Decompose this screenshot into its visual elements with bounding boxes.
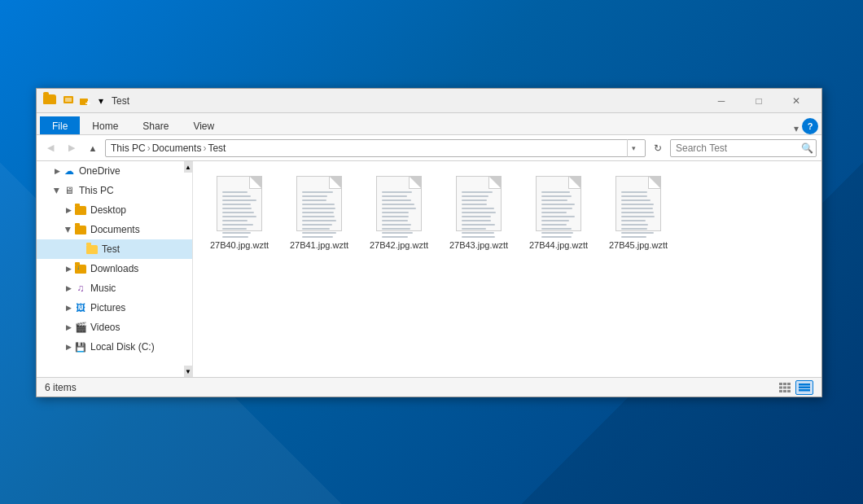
help-button[interactable]: ? [802, 118, 818, 134]
file-name: 27B43.jpg.wztt [449, 239, 508, 251]
file-icon [213, 176, 265, 236]
close-button[interactable]: ✕ [778, 89, 815, 113]
back-button[interactable]: ◀ [42, 139, 59, 157]
search-icon[interactable]: 🔍 [801, 142, 813, 154]
doc-body [217, 176, 262, 231]
file-item[interactable]: 27B44.jpg.wztt [522, 171, 595, 256]
doc-lines [222, 191, 256, 240]
pictures-icon: 🖼 [74, 301, 87, 314]
doc-body [456, 176, 502, 231]
doc-body [296, 176, 342, 231]
status-bar: 6 items [37, 377, 821, 397]
breadcrumb-test[interactable]: Test [208, 142, 226, 154]
file-item[interactable]: 27B42.jpg.wztt [362, 171, 436, 256]
doc-lines [541, 191, 576, 240]
desktop-expand-arrow[interactable]: ▶ [63, 204, 74, 216]
window-controls: ─ □ ✕ [703, 89, 815, 113]
quick-access-icons: ▾ [61, 94, 108, 108]
onedrive-expand-arrow[interactable]: ▶ [51, 165, 63, 177]
svg-rect-6 [779, 383, 782, 385]
up-button[interactable]: ▲ [84, 139, 102, 157]
file-name: 27B40.jpg.wztt [210, 239, 269, 251]
doc-lines [382, 191, 416, 240]
file-area: 27B40.jpg.wztt 27B41.jpg.wztt 27B42.jpg.… [193, 161, 821, 377]
test-icon [85, 243, 99, 256]
sidebar-scroll-up[interactable]: ▲ [184, 161, 192, 173]
sidebar-item-documents[interactable]: ▶ Documents [37, 220, 192, 239]
localdisk-icon: 💾 [74, 340, 87, 353]
test-label: Test [102, 243, 120, 255]
documents-label: Documents [90, 224, 140, 235]
doc-body [615, 176, 661, 231]
svg-rect-16 [799, 386, 810, 388]
window-title: Test [112, 95, 703, 107]
sidebar-scroll-down[interactable]: ▼ [184, 366, 192, 377]
doc-lines [462, 191, 496, 240]
videos-icon: 🎬 [74, 321, 87, 334]
search-box[interactable]: 🔍 [670, 139, 817, 157]
quick-access-btn-2[interactable] [77, 94, 92, 108]
view-toggles [776, 380, 813, 395]
tab-home[interactable]: Home [80, 116, 130, 134]
localdisk-expand-arrow[interactable]: ▶ [63, 341, 74, 353]
svg-rect-8 [787, 383, 791, 385]
address-path[interactable]: This PC › Documents › Test ▾ [105, 139, 646, 157]
breadcrumb-documents[interactable]: Documents [152, 142, 202, 154]
sidebar-item-desktop[interactable]: ▶ Desktop [37, 200, 192, 220]
downloads-expand-arrow[interactable]: ▶ [63, 263, 74, 274]
sidebar-item-localdisk[interactable]: ▶ 💾 Local Disk (C:) [37, 337, 192, 357]
maximize-button[interactable]: □ [740, 89, 778, 113]
file-item[interactable]: 27B41.jpg.wztt [283, 171, 356, 256]
file-item[interactable]: 27B45.jpg.wztt [602, 171, 675, 256]
thispc-expand-arrow[interactable]: ▶ [51, 185, 63, 196]
thispc-icon: 🖥 [63, 184, 76, 197]
sidebar-item-thispc[interactable]: ▶ 🖥 This PC [37, 181, 192, 200]
minimize-button[interactable]: ─ [703, 89, 740, 113]
svg-rect-17 [799, 389, 810, 392]
tab-view[interactable]: View [181, 116, 226, 134]
doc-lines [302, 191, 336, 240]
address-bar: ◀ ▶ ▲ This PC › Documents › Test ▾ ↻ 🔍 [37, 135, 821, 161]
sidebar-item-downloads[interactable]: ▶ ↓ Downloads [37, 259, 192, 278]
ribbon-chevron[interactable]: ▾ [794, 123, 799, 134]
thispc-label: This PC [79, 185, 114, 196]
file-icon [453, 176, 505, 236]
file-icon [612, 176, 664, 236]
sidebar-item-videos[interactable]: ▶ 🎬 Videos [37, 318, 192, 337]
breadcrumb-thispc[interactable]: This PC [111, 142, 146, 154]
search-input[interactable] [676, 142, 798, 154]
forward-button[interactable]: ▶ [63, 139, 81, 157]
quick-access-dropdown[interactable]: ▾ [94, 94, 108, 108]
music-expand-arrow[interactable]: ▶ [63, 283, 74, 294]
svg-rect-7 [783, 383, 786, 385]
sidebar-item-onedrive[interactable]: ▶ ☁ OneDrive [37, 161, 192, 181]
file-item[interactable]: 27B40.jpg.wztt [203, 171, 276, 256]
onedrive-label: OneDrive [79, 165, 120, 177]
file-item[interactable]: 27B43.jpg.wztt [442, 171, 515, 256]
svg-rect-15 [799, 383, 810, 386]
sidebar-item-pictures[interactable]: ▶ 🖼 Pictures [37, 298, 192, 318]
view-grid-button[interactable] [795, 380, 813, 395]
sidebar-item-music[interactable]: ▶ ♫ Music [37, 278, 192, 298]
tab-share[interactable]: Share [130, 116, 181, 134]
file-icon [532, 176, 585, 236]
refresh-button[interactable]: ↻ [649, 139, 667, 157]
address-dropdown[interactable]: ▾ [627, 139, 640, 157]
svg-rect-14 [787, 390, 791, 392]
doc-body [376, 176, 422, 231]
sidebar-item-test[interactable]: ▶ Test [37, 239, 192, 259]
ribbon: File Home Share View ▾ ? [37, 113, 821, 135]
view-list-button[interactable] [776, 380, 794, 395]
videos-expand-arrow[interactable]: ▶ [63, 322, 74, 333]
svg-rect-11 [787, 386, 791, 388]
svg-rect-10 [783, 386, 786, 388]
pictures-label: Pictures [90, 302, 125, 313]
music-icon: ♫ [74, 282, 87, 295]
documents-expand-arrow[interactable]: ▶ [63, 224, 74, 235]
item-count: 6 items [45, 382, 776, 393]
onedrive-icon: ☁ [63, 164, 76, 177]
pictures-expand-arrow[interactable]: ▶ [63, 302, 74, 313]
tab-file[interactable]: File [40, 116, 80, 134]
quick-access-btn-1[interactable] [61, 94, 76, 108]
file-icon [373, 176, 425, 236]
